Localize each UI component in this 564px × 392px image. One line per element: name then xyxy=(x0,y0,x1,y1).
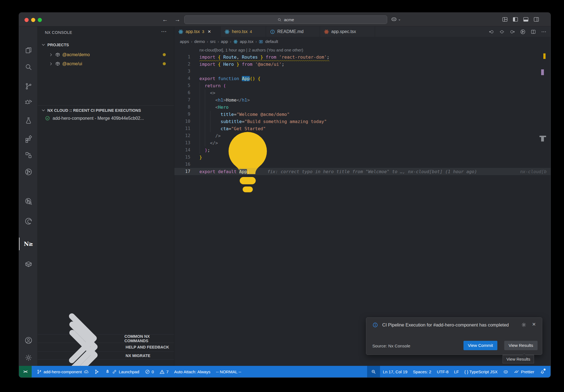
line-number: 13 xyxy=(174,140,194,145)
projects-section-header[interactable]: PROJECTS xyxy=(41,42,69,47)
line-number: 8 xyxy=(174,105,194,110)
nx-cloud-section-header[interactable]: NX CLOUD :: RECENT CI PIPELINE EXECUTION… xyxy=(41,108,141,113)
status-item-cursor-position[interactable]: Ln 17, Col 19 xyxy=(380,366,410,377)
status-item-warnings[interactable]: 7 xyxy=(157,366,171,377)
breadcrumb-item[interactable]: src xyxy=(210,39,216,44)
code-line-9[interactable]: 9 title="Welcome @acme/demo" xyxy=(174,111,551,118)
remote-indicator[interactable]: >< xyxy=(19,366,32,377)
code-line-5[interactable]: 5 return ( xyxy=(174,82,551,89)
status-item-language-mode[interactable]: { } TypeScript JSX xyxy=(462,366,500,377)
code-editor[interactable]: 1import { Route, Routes } from 'react-ro… xyxy=(174,53,551,175)
breadcrumb[interactable]: apps›demo›src›app›app.tsx›default xyxy=(180,37,278,46)
panel-right-icon[interactable] xyxy=(533,16,539,23)
pipeline-execution-item[interactable]: add-hero-component - Merge 409b44e5cb02.… xyxy=(38,114,174,122)
indent-guide xyxy=(205,89,205,146)
code-content: title="Welcome @acme/demo" xyxy=(194,112,290,117)
code-content: <Hero xyxy=(194,105,229,110)
status-item-indentation[interactable]: Spaces: 2 xyxy=(410,366,434,377)
lightbulb-icon[interactable] xyxy=(204,203,291,209)
status-item-errors[interactable]: 0 xyxy=(142,366,157,377)
history-forward-button[interactable]: → xyxy=(175,16,180,23)
split-icon[interactable] xyxy=(530,29,536,35)
chevron-right-icon xyxy=(49,53,53,57)
status-item-git-branch[interactable]: add-hero-component xyxy=(34,366,91,377)
status-item-zoom-level[interactable] xyxy=(367,366,380,377)
activity-item-explorer[interactable] xyxy=(23,45,34,56)
info-icon xyxy=(270,29,275,34)
project-item[interactable]: @acme/ui xyxy=(38,59,174,68)
code-line-17[interactable]: 17export default App;fix: correct typo i… xyxy=(174,168,551,175)
activity-item-containers[interactable] xyxy=(23,258,34,270)
status-item-copilot[interactable] xyxy=(500,366,511,377)
activity-item-extensions[interactable] xyxy=(23,133,34,144)
project-item[interactable]: @acme/demo xyxy=(38,50,174,59)
activity-item-settings[interactable] xyxy=(23,352,34,363)
copilot-icon xyxy=(391,16,397,22)
activity-item-project-graph[interactable] xyxy=(23,166,34,177)
gear-icon[interactable] xyxy=(521,322,527,328)
code-line-3[interactable]: 3 xyxy=(174,68,551,75)
breadcrumb-item[interactable]: apps xyxy=(180,39,189,44)
tab-hero.tsx[interactable]: hero.tsx4 xyxy=(221,26,266,37)
panel-bottom-icon[interactable] xyxy=(523,16,529,23)
status-item-launchpad[interactable]: Launchpad xyxy=(102,366,142,377)
line-number: 15 xyxy=(174,155,194,160)
nav-dot-icon[interactable] xyxy=(499,29,505,35)
view-results-button[interactable]: View Results xyxy=(504,341,538,350)
status-item-eol[interactable]: LF xyxy=(451,366,462,377)
tab-app.tsx[interactable]: app.tsx3✕ xyxy=(174,26,221,37)
status-label: Spaces: 2 xyxy=(413,369,431,374)
code-content: export function App() { xyxy=(194,76,261,81)
section-header-nx-migrate[interactable]: NX MIGRATE xyxy=(38,351,174,360)
nav-back-icon[interactable] xyxy=(489,29,494,35)
panel-left-icon[interactable] xyxy=(512,16,519,23)
activity-item-source-control[interactable] xyxy=(23,81,34,92)
close-icon[interactable]: ✕ xyxy=(532,322,536,327)
nav-forward-icon[interactable] xyxy=(509,29,515,35)
code-line-6[interactable]: 6 <> xyxy=(174,89,551,96)
breadcrumb-item[interactable]: app xyxy=(221,39,228,44)
status-item-vim-mode[interactable]: -- NORMAL -- xyxy=(213,366,244,377)
line-number: 2 xyxy=(174,62,194,67)
code-token: { xyxy=(218,62,221,67)
zoom-button[interactable] xyxy=(38,18,42,22)
code-line-8[interactable]: 8 <Hero xyxy=(174,104,551,111)
bell-icon xyxy=(540,369,545,374)
close-button[interactable] xyxy=(25,18,29,22)
status-item-formatter[interactable]: ✓✓Prettier xyxy=(511,366,537,377)
status-item-encoding[interactable]: UTF-8 xyxy=(434,366,451,377)
code-token: '@acme/ui' xyxy=(255,62,281,67)
customize-layout-icon[interactable] xyxy=(502,16,508,23)
close-icon[interactable]: ✕ xyxy=(208,29,211,34)
history-back-button[interactable]: ← xyxy=(162,16,168,23)
status-item-auto-attach[interactable]: Auto Attach: Always xyxy=(171,366,213,377)
status-bar-right: Ln 17, Col 19Spaces: 2UTF-8LF{ } TypeScr… xyxy=(367,366,548,377)
activity-item-nx-console[interactable]: N≥ xyxy=(23,238,34,249)
more-actions-icon[interactable]: ⋯ xyxy=(161,28,167,35)
view-commit-button[interactable]: View Commit xyxy=(463,341,497,350)
status-item-notifications-bell[interactable] xyxy=(537,366,548,377)
code-line-16[interactable]: 16 xyxy=(174,161,551,168)
command-center-search[interactable]: acme xyxy=(184,15,387,24)
activity-item-edge-browser[interactable] xyxy=(23,216,34,227)
activity-item-graph-search[interactable] xyxy=(23,196,34,207)
ellipsis-icon[interactable] xyxy=(541,29,547,35)
status-item-scm-graph[interactable] xyxy=(91,366,102,377)
tab-README.md[interactable]: README.md xyxy=(266,26,320,37)
activity-item-run-debug[interactable] xyxy=(23,96,34,107)
code-line-2[interactable]: 2import { Hero } from '@acme/ui'; xyxy=(174,61,551,68)
activity-item-account[interactable] xyxy=(23,335,34,346)
code-line-4[interactable]: 4export function App() { xyxy=(174,75,551,82)
breadcrumb-item[interactable]: demo xyxy=(194,39,205,44)
run-circle-icon[interactable] xyxy=(520,29,526,35)
breadcrumb-item[interactable]: app.tsx xyxy=(240,39,254,44)
minimize-button[interactable] xyxy=(31,18,35,22)
code-line-1[interactable]: 1import { Route, Routes } from 'react-ro… xyxy=(174,53,551,61)
tab-app.spec.tsx[interactable]: app.spec.tsx xyxy=(320,26,375,37)
activity-item-references[interactable] xyxy=(23,149,34,160)
activity-item-testing[interactable] xyxy=(23,115,34,126)
copilot-menu-button[interactable]: ⌄ xyxy=(391,16,401,22)
activity-item-search[interactable] xyxy=(23,61,34,72)
code-line-7[interactable]: 7 <h1>Home</h1> xyxy=(174,96,551,104)
breadcrumb-item[interactable]: default xyxy=(265,39,278,44)
